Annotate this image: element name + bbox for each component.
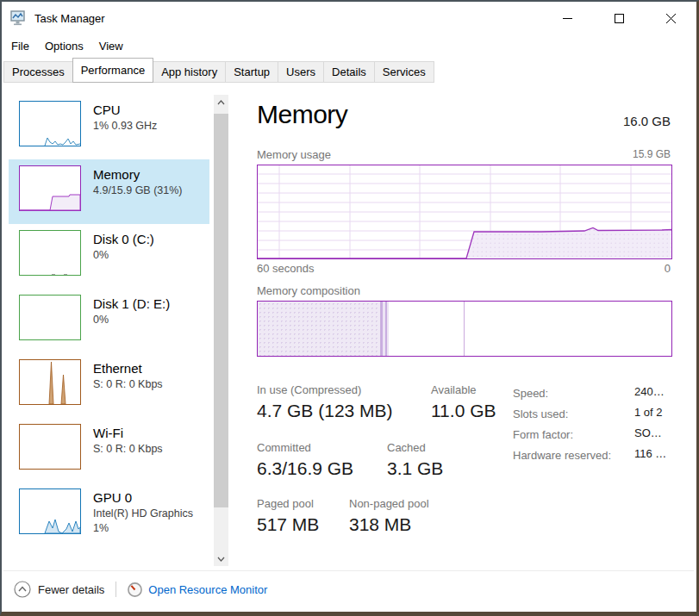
menu-view[interactable]: View (91, 37, 131, 55)
composition-segment-in-use (258, 302, 381, 356)
title-bar: Task Manager (2, 2, 696, 34)
gpu-mini-graph (19, 488, 81, 534)
detail-slots-value: 1 of 2 (634, 406, 663, 419)
sidebar-ethernet-stats: S: 0 R: 0 Kbps (93, 377, 163, 392)
stat-nonpaged-pool-value: 318 MB (349, 513, 429, 536)
sidebar-ethernet-label: Ethernet (93, 359, 163, 377)
task-manager-window: Task Manager File Options View Processes… (0, 0, 699, 616)
disk0-mini-graph (19, 230, 81, 276)
sidebar-disk0-label: Disk 0 (C:) (93, 230, 154, 248)
detail-speed-label: Speed: (513, 387, 548, 400)
close-icon (665, 13, 677, 24)
stat-cached: Cached 3.1 GB (387, 440, 443, 480)
sidebar-item-disk0[interactable]: Disk 0 (C:) 0% (9, 224, 209, 289)
sidebar-item-disk1[interactable]: Disk 1 (D: E:) 0% (9, 289, 209, 353)
sidebar-item-gpu0[interactable]: GPU 0 Intel(R) HD Graphics 1% (9, 482, 209, 558)
sidebar-wifi-label: Wi-Fi (93, 424, 163, 442)
stat-in-use-value: 4.7 GB (123 MB) (257, 399, 393, 422)
detail-row-hardware-reserved: Hardware reserved: 116 … (513, 447, 672, 468)
maximize-icon (614, 13, 625, 24)
sidebar-item-ethernet[interactable]: Ethernet S: 0 R: 0 Kbps (9, 353, 209, 418)
hardware-details-list: Speed: 240… Slots used: 1 of 2 Form fact… (513, 385, 672, 468)
tab-bar: Processes Performance App history Startu… (2, 57, 696, 83)
stat-cached-label: Cached (387, 440, 443, 455)
menu-bar: File Options View (2, 34, 696, 57)
fewer-details-button[interactable]: Fewer details (14, 581, 104, 598)
stat-in-use-label: In use (Compressed) (257, 383, 393, 397)
disk1-mini-graph (19, 295, 81, 340)
tab-services[interactable]: Services (374, 61, 434, 83)
detail-row-form-factor: Form factor: SO… (513, 426, 672, 447)
memory-mini-graph (19, 165, 81, 211)
composition-segment-divider (464, 302, 465, 356)
maximize-button[interactable] (593, 2, 645, 34)
tab-processes[interactable]: Processes (3, 61, 73, 83)
sidebar-cpu-label: CPU (93, 101, 157, 119)
sidebar-cpu-stats: 1% 0.93 GHz (93, 119, 157, 134)
page-title: Memory (257, 100, 347, 129)
scrollbar-thumb[interactable] (214, 114, 228, 507)
performance-sidebar: CPU 1% 0.93 GHz Memory 4.9/15.9 GB (31%)… (9, 95, 209, 558)
stat-paged-pool: Paged pool 517 MB (257, 496, 319, 536)
stat-nonpaged-pool: Non-paged pool 318 MB (349, 496, 429, 536)
memory-detail-panel: Memory 16.0 GB Memory usage 15.9 GB (257, 98, 672, 577)
status-footer: Fewer details Open Resource Monitor (3, 570, 694, 607)
detail-form-factor-value: SO… (634, 426, 662, 439)
stat-cached-value: 3.1 GB (387, 457, 443, 480)
stat-committed: Committed 6.3/16.9 GB (257, 440, 353, 480)
sidebar-item-cpu[interactable]: CPU 1% 0.93 GHz (9, 95, 209, 159)
detail-row-slots: Slots used: 1 of 2 (513, 406, 672, 426)
stat-paged-pool-value: 517 MB (257, 513, 319, 536)
detail-row-speed: Speed: 240… (513, 385, 672, 406)
minimize-button[interactable] (541, 2, 593, 34)
window-title: Task Manager (34, 12, 105, 25)
tab-details[interactable]: Details (323, 61, 375, 83)
sidebar-disk0-stats: 0% (93, 248, 154, 263)
detail-speed-value: 240… (634, 385, 665, 398)
composition-segment-modified (381, 302, 389, 356)
scroll-down-button[interactable] (214, 551, 228, 566)
detail-hardware-reserved-label: Hardware reserved: (513, 449, 611, 462)
sidebar-memory-label: Memory (93, 165, 183, 184)
sidebar-gpu-label: GPU 0 (93, 488, 193, 507)
memory-usage-graph (257, 165, 672, 259)
tab-app-history[interactable]: App history (153, 61, 226, 83)
tab-users[interactable]: Users (278, 61, 324, 83)
usage-x-axis-right: 0 (665, 262, 671, 275)
detail-slots-label: Slots used: (513, 408, 568, 420)
open-resource-monitor-label: Open Resource Monitor (148, 583, 267, 596)
fewer-details-label: Fewer details (38, 583, 104, 596)
sidebar-item-memory[interactable]: Memory 4.9/15.9 GB (31%) (9, 159, 209, 224)
stat-in-use: In use (Compressed) 4.7 GB (123 MB) (257, 383, 393, 422)
stat-available-label: Available (431, 383, 496, 397)
sidebar-disk1-stats: 0% (93, 313, 170, 327)
composition-graph-title: Memory composition (257, 284, 360, 297)
open-resource-monitor-link[interactable]: Open Resource Monitor (128, 582, 267, 597)
detail-hardware-reserved-value: 116 … (634, 447, 666, 460)
wifi-mini-graph (19, 424, 81, 470)
memory-composition-bar (257, 301, 672, 357)
chevron-down-icon (217, 557, 225, 562)
stat-available-value: 11.0 GB (431, 399, 496, 422)
detail-form-factor-label: Form factor: (513, 428, 573, 441)
scroll-up-button[interactable] (214, 95, 228, 109)
stat-nonpaged-pool-label: Non-paged pool (349, 496, 429, 511)
sidebar-item-wifi[interactable]: Wi-Fi S: 0 R: 0 Kbps (9, 418, 209, 482)
tab-performance[interactable]: Performance (72, 58, 153, 83)
footer-separator (115, 582, 116, 597)
sidebar-scrollbar[interactable] (214, 95, 228, 566)
sidebar-disk1-label: Disk 1 (D: E:) (93, 295, 170, 313)
minimize-icon (562, 13, 573, 24)
resource-monitor-icon (128, 582, 142, 597)
close-button[interactable] (645, 2, 696, 34)
menu-options[interactable]: Options (37, 37, 91, 55)
chevron-up-icon (217, 100, 225, 105)
cpu-mini-graph (19, 101, 81, 146)
stat-committed-value: 6.3/16.9 GB (257, 457, 353, 480)
chevron-up-circle-icon (14, 581, 31, 598)
sidebar-memory-stats: 4.9/15.9 GB (31%) (93, 184, 183, 198)
usage-graph-max: 15.9 GB (633, 148, 671, 161)
menu-file[interactable]: File (3, 37, 37, 55)
sidebar-wifi-stats: S: 0 R: 0 Kbps (93, 442, 163, 457)
tab-startup[interactable]: Startup (225, 61, 278, 83)
